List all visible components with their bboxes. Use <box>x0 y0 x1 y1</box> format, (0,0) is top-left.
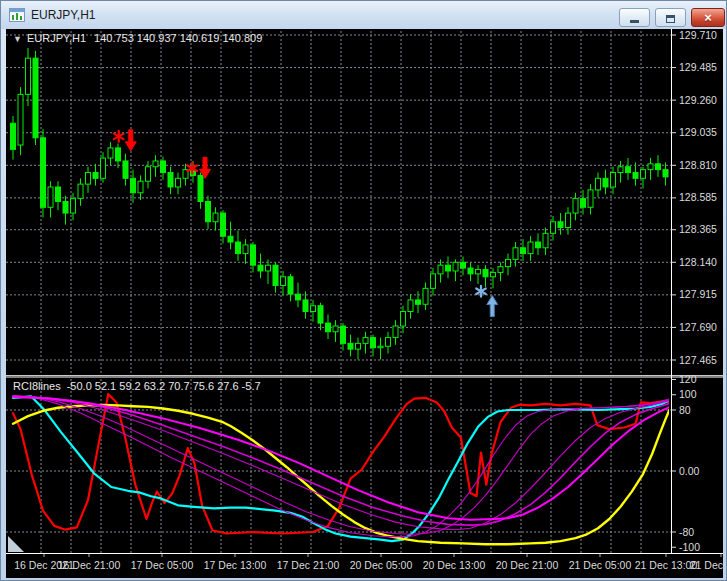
candle <box>581 190 586 215</box>
candle <box>18 87 23 155</box>
time-tick-label: 21 Dec 21:00 <box>690 559 723 571</box>
time-tick-label: 17 Dec 05:00 <box>131 559 194 571</box>
candle <box>108 142 113 165</box>
price-tick-label: 127.915 <box>679 288 717 300</box>
candle <box>498 262 503 281</box>
candle <box>656 155 661 177</box>
candle <box>378 338 383 360</box>
candle <box>363 332 368 354</box>
candle <box>393 320 398 345</box>
candle <box>618 161 623 183</box>
candle <box>176 173 181 195</box>
mt4-chart-window: EURJPY,H1 × 129.710129.485129.260129.035… <box>0 0 727 581</box>
candle <box>401 306 406 334</box>
price-axis[interactable]: 129.710129.485129.260129.035128.810128.5… <box>671 29 717 366</box>
price-tick-label: 128.365 <box>679 223 717 235</box>
rci-line-rci-yellow <box>13 404 673 544</box>
candles <box>11 48 669 359</box>
candle <box>258 254 263 279</box>
close-button[interactable]: × <box>691 8 725 27</box>
time-tick-label: 20 Dec 05:00 <box>350 559 413 571</box>
time-tick-label: 20 Dec 13:00 <box>423 559 486 571</box>
price-tick-label: 127.690 <box>679 321 717 333</box>
candle <box>153 155 158 177</box>
candle <box>63 196 68 225</box>
candle <box>78 178 83 206</box>
restore-icon <box>666 15 675 23</box>
trade-signals <box>114 130 498 317</box>
candle <box>536 233 541 255</box>
candle <box>566 207 571 235</box>
time-tick-label: 21 Dec 13:00 <box>635 559 698 571</box>
candle <box>648 158 653 180</box>
indicator-tick-label: 100 <box>679 388 697 400</box>
candle <box>626 158 631 180</box>
indicator-tick-label: 120 <box>679 373 697 385</box>
candle <box>611 167 616 195</box>
candle <box>446 256 451 278</box>
window-title: EURJPY,H1 <box>31 8 95 22</box>
candle <box>506 254 511 276</box>
restore-button[interactable] <box>655 8 686 27</box>
chart-canvas[interactable]: 129.710129.485129.260129.035128.810128.5… <box>6 29 723 578</box>
time-tick-label: 17 Dec 13:00 <box>204 559 267 571</box>
candle <box>423 283 428 311</box>
rci-line-rci-cyan <box>13 396 673 541</box>
candle <box>183 164 188 186</box>
time-tick-label: 16 Dec 21:00 <box>58 559 121 571</box>
price-tick-label: 128.810 <box>679 159 717 171</box>
candle <box>26 48 31 106</box>
candle <box>296 283 301 308</box>
window-titlebar[interactable]: EURJPY,H1 × <box>1 1 726 29</box>
candle <box>243 239 248 264</box>
grid-lines <box>6 31 671 553</box>
candle <box>116 144 121 169</box>
indicator-axis[interactable]: 120100800.00-80-100 <box>671 373 700 553</box>
minimize-button[interactable] <box>619 8 650 27</box>
candle <box>476 265 481 284</box>
candle <box>356 338 361 360</box>
rci-line-rci-magenta-4 <box>13 396 673 525</box>
candle <box>236 230 241 260</box>
candle <box>198 173 203 209</box>
candle <box>528 236 533 261</box>
candle <box>663 162 668 185</box>
candle <box>168 167 173 195</box>
candle <box>641 167 646 189</box>
time-tick-label: 21 Dec 05:00 <box>569 559 632 571</box>
buy-signal <box>476 286 498 317</box>
indicator-tick-label: 0.00 <box>679 465 700 477</box>
buy-star-icon <box>476 286 486 297</box>
candle <box>468 262 473 281</box>
candle <box>596 173 601 198</box>
candle <box>41 129 46 217</box>
candle <box>303 291 308 319</box>
candle <box>288 274 293 302</box>
candle <box>588 184 593 214</box>
candle <box>86 167 91 193</box>
candle <box>206 196 211 229</box>
chart-window-icon <box>9 7 25 23</box>
price-tick-label: 129.260 <box>679 94 717 106</box>
candle <box>633 162 638 185</box>
buy-arrow-icon <box>487 296 498 317</box>
candle <box>93 164 98 186</box>
price-tick-label: 127.465 <box>679 354 717 366</box>
candle <box>341 323 346 351</box>
candle <box>11 116 16 159</box>
candle <box>558 213 563 235</box>
candle <box>48 181 53 217</box>
price-tick-label: 129.485 <box>679 61 717 73</box>
candle <box>573 193 578 221</box>
time-axis[interactable]: 16 Dec 202116 Dec 21:0017 Dec 05:0017 De… <box>14 554 723 571</box>
candle <box>603 170 608 195</box>
candle <box>138 175 143 200</box>
close-icon: × <box>692 9 724 26</box>
candle <box>56 181 61 210</box>
candle <box>228 222 233 250</box>
candle <box>543 228 548 256</box>
rci-lines <box>13 394 673 544</box>
indicator-tick-label: 80 <box>679 404 691 416</box>
candle <box>408 294 413 319</box>
indicator-tick-label: -100 <box>679 541 700 553</box>
